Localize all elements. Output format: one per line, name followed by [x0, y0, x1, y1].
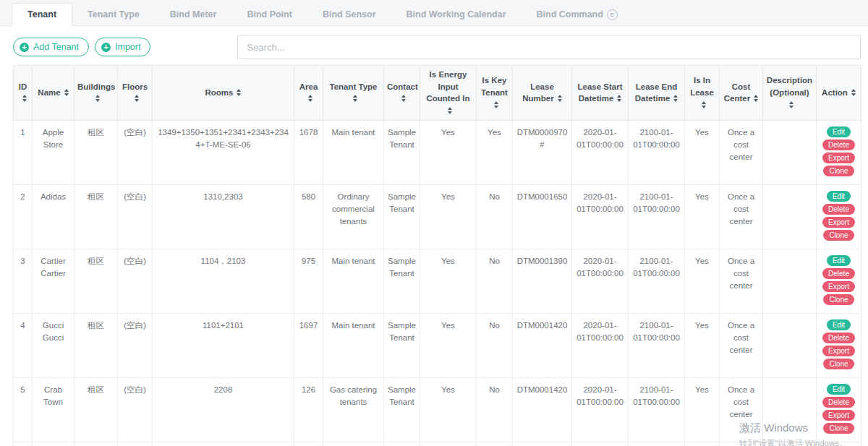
- cell-area: 1697: [294, 313, 323, 377]
- sort-icon[interactable]: [22, 95, 27, 102]
- add-tenant-button[interactable]: + Add Tenant: [13, 38, 89, 56]
- delete-button[interactable]: Delete: [822, 397, 855, 408]
- cell-contact: Sample Tenant: [384, 313, 420, 377]
- clone-button[interactable]: Clone: [823, 166, 854, 176]
- column-header-lease_start_datetime[interactable]: Lease Start Datetime: [572, 66, 629, 121]
- table-row: 2Adidas租区(空白)1310,2303580Ordinary commer…: [14, 184, 861, 249]
- search-input[interactable]: [237, 35, 861, 59]
- sort-icon[interactable]: [353, 95, 357, 102]
- export-button[interactable]: Export: [822, 346, 855, 356]
- cell-lease_number: DTM0001420: [513, 377, 572, 442]
- cell-lease_number: DTM0001650: [513, 184, 572, 249]
- cell-is_energy_input_counted_in: Yes: [420, 120, 477, 184]
- sort-icon[interactable]: [789, 101, 793, 108]
- table-body: 1Apple Store租区(空白)1349+1350+1351+2341+23…: [14, 120, 861, 446]
- column-header-name[interactable]: Name: [33, 66, 75, 121]
- column-header-is_key_tenant[interactable]: Is Key Tenant: [477, 66, 513, 121]
- delete-button[interactable]: Delete: [822, 204, 855, 215]
- sort-icon[interactable]: [558, 95, 562, 102]
- column-header-cost_center[interactable]: Cost Center: [720, 66, 763, 121]
- column-header-id[interactable]: ID: [14, 66, 33, 121]
- tenant-panel: + Add Tenant + Import IDNameBuildingsFlo…: [0, 26, 868, 446]
- column-header-tenant_type[interactable]: Tenant Type: [323, 66, 384, 121]
- cell-floors: (空白): [118, 184, 153, 249]
- cell-id: 2: [14, 184, 33, 249]
- tab-bind-meter[interactable]: Bind Meter: [155, 4, 232, 25]
- clone-button[interactable]: Clone: [823, 359, 854, 369]
- sort-icon[interactable]: [64, 89, 69, 96]
- cell-is_in_lease: Yes: [685, 184, 720, 249]
- import-button[interactable]: + Import: [95, 38, 150, 56]
- table-row: 4Gucci Gucci租区(空白)1101+21011697Main tena…: [14, 313, 861, 377]
- cell-is_in_lease: Yes: [685, 442, 720, 446]
- cell-area: 580: [294, 184, 323, 249]
- delete-button[interactable]: Delete: [822, 333, 855, 343]
- column-label: Name: [38, 88, 60, 97]
- tab-bind-point[interactable]: Bind Point: [231, 4, 307, 25]
- cell-lease_end_datetime: 2100-01-01T00:00:00: [629, 249, 685, 313]
- cell-description: [763, 120, 817, 184]
- export-button[interactable]: Export: [822, 410, 855, 421]
- column-header-floors[interactable]: Floors: [118, 66, 153, 121]
- cell-area: 975: [294, 249, 323, 313]
- clone-button[interactable]: Clone: [823, 294, 854, 305]
- column-header-action[interactable]: Action: [817, 66, 861, 121]
- sort-icon[interactable]: [617, 95, 621, 102]
- export-button[interactable]: Export: [822, 153, 855, 163]
- cell-cost_center: Once a cost center: [720, 313, 763, 377]
- edit-button[interactable]: Edit: [827, 320, 851, 330]
- windows-activation-watermark: 激活 Windows: [739, 421, 808, 435]
- column-header-lease_end_datetime[interactable]: Lease End Datetime: [629, 66, 685, 121]
- column-header-contact[interactable]: Contact: [384, 66, 420, 121]
- column-header-rooms[interactable]: Rooms: [153, 66, 294, 121]
- tab-bind-sensor[interactable]: Bind Sensor: [307, 4, 391, 25]
- clone-button[interactable]: Clone: [823, 230, 854, 241]
- tab-bind-working-calendar[interactable]: Bind Working Calendar: [391, 4, 522, 25]
- cell-is_key_tenant: No: [477, 442, 513, 446]
- tab-label: Bind Command: [537, 9, 603, 20]
- cell-lease_number: DTM0002990: [513, 442, 572, 446]
- cell-name: Apple Store: [33, 120, 75, 184]
- sort-icon[interactable]: [851, 89, 856, 96]
- sort-icon[interactable]: [135, 95, 139, 102]
- enterprise-badge-icon: E: [607, 9, 618, 20]
- edit-button[interactable]: Edit: [827, 126, 851, 137]
- column-header-lease_number[interactable]: Lease Number: [513, 66, 572, 121]
- sort-icon[interactable]: [494, 101, 498, 108]
- sort-icon[interactable]: [448, 107, 452, 114]
- sort-icon[interactable]: [237, 89, 241, 96]
- export-button[interactable]: Export: [822, 281, 855, 292]
- column-label: Buildings: [77, 82, 115, 91]
- sort-icon[interactable]: [754, 95, 758, 102]
- sort-icon[interactable]: [702, 101, 706, 108]
- export-button[interactable]: Export: [822, 217, 855, 228]
- cell-tenant_type: Other commercial tenants: [323, 442, 384, 446]
- edit-button[interactable]: Edit: [827, 191, 851, 202]
- cell-is_in_lease: Yes: [685, 249, 720, 313]
- column-header-is_energy_input_counted_in[interactable]: Is Energy Input Counted In: [420, 66, 477, 121]
- cell-lease_end_datetime: 2100-01-01T00:00:00: [629, 184, 685, 249]
- tab-tenant-type[interactable]: Tenant Type: [72, 4, 155, 25]
- clone-button[interactable]: Clone: [823, 423, 854, 434]
- tab-bind-command[interactable]: Bind CommandE: [522, 4, 633, 25]
- sort-icon[interactable]: [95, 95, 100, 102]
- edit-button[interactable]: Edit: [827, 255, 851, 266]
- tab-label: Tenant Type: [88, 9, 140, 20]
- sort-icon[interactable]: [673, 95, 678, 102]
- plus-circle-icon: +: [20, 43, 29, 52]
- column-header-is_in_lease[interactable]: Is In Lease: [685, 66, 720, 121]
- delete-button[interactable]: Delete: [822, 268, 855, 279]
- column-header-area[interactable]: Area: [294, 66, 323, 121]
- table-row: 3Cartier Cartier租区(空白)1104，2103975Main t…: [14, 249, 861, 313]
- edit-button[interactable]: Edit: [827, 384, 851, 395]
- sort-icon[interactable]: [308, 95, 312, 102]
- cell-lease_start_datetime: 2020-01-01T00:00:00: [572, 184, 629, 249]
- delete-button[interactable]: Delete: [822, 140, 855, 150]
- column-header-buildings[interactable]: Buildings: [75, 66, 118, 121]
- sort-icon[interactable]: [401, 95, 406, 102]
- cell-area: 1678: [294, 120, 323, 184]
- tab-tenant[interactable]: Tenant: [12, 3, 72, 26]
- cell-is_in_lease: Yes: [685, 313, 720, 377]
- column-header-description[interactable]: Description (Optional): [763, 66, 817, 121]
- cell-name: Cartier Cartier: [33, 249, 75, 313]
